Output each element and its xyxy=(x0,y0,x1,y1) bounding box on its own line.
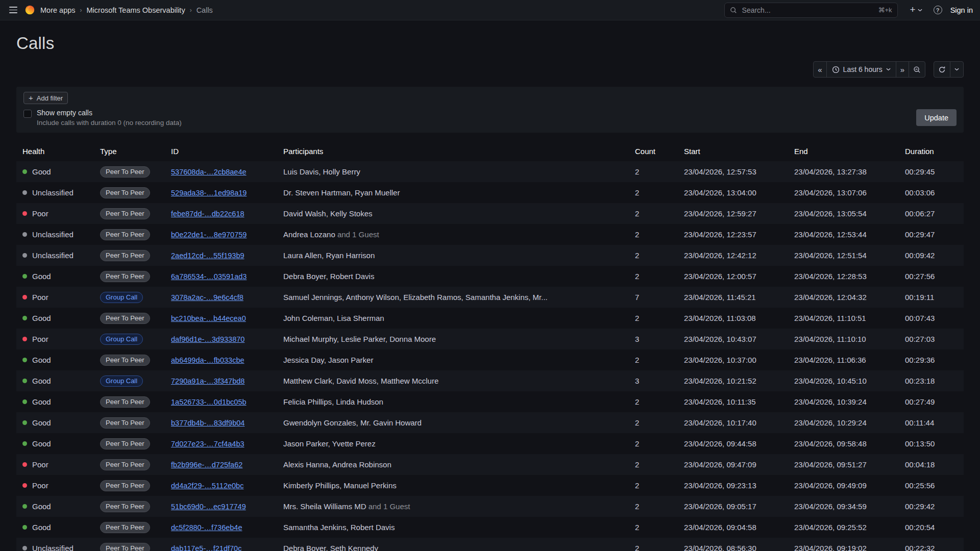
breadcrumb-app[interactable]: Microsoft Teams Observability xyxy=(87,6,185,14)
call-id-link[interactable]: dab117e5-…f21df70c xyxy=(171,544,241,551)
call-type-badge: Peer To Peer xyxy=(100,480,150,491)
call-type-badge: Group Call xyxy=(100,375,143,387)
health-status-dot-icon xyxy=(22,420,27,425)
type-cell: Peer To Peer xyxy=(94,187,165,198)
end-cell: 23/04/2026, 10:39:24 xyxy=(788,397,899,406)
participant-names: John Coleman, Lisa Sherman xyxy=(283,314,384,322)
health-cell: Unclassified xyxy=(16,188,94,197)
call-id-link[interactable]: 6a786534-…03591ad3 xyxy=(171,272,247,281)
health-label: Unclassified xyxy=(32,230,74,239)
column-header-type[interactable]: Type xyxy=(94,147,165,156)
health-status-dot-icon xyxy=(22,462,27,467)
sign-in-button[interactable]: Sign in xyxy=(950,6,973,14)
column-header-id[interactable]: ID xyxy=(165,147,277,156)
type-cell: Peer To Peer xyxy=(94,543,165,551)
refresh-button[interactable] xyxy=(934,61,950,78)
health-cell: Unclassified xyxy=(16,230,94,239)
id-cell: 7d027e23-…7cf4a4b3 xyxy=(165,439,277,448)
call-type-badge: Peer To Peer xyxy=(100,459,150,470)
call-id-link[interactable]: 2aed12cd-…55f193b9 xyxy=(171,252,244,260)
id-cell: bc210bea-…b44ecea0 xyxy=(165,314,277,322)
id-cell: 2aed12cd-…55f193b9 xyxy=(165,251,277,260)
start-cell: 23/04/2026, 10:37:00 xyxy=(678,356,788,364)
help-icon[interactable]: ? xyxy=(934,6,942,14)
type-cell: Peer To Peer xyxy=(94,480,165,491)
start-cell: 23/04/2026, 10:17:40 xyxy=(678,418,788,427)
call-id-link[interactable]: dc5f2880-…f736eb4e xyxy=(171,523,242,532)
time-shift-forward-button[interactable]: » xyxy=(896,61,909,78)
end-cell: 23/04/2026, 11:06:36 xyxy=(788,356,899,364)
call-id-link[interactable]: 1a526733-…0d1bc05b xyxy=(171,398,247,406)
breadcrumb-more-apps[interactable]: More apps xyxy=(40,6,76,14)
top-nav: More apps › Microsoft Teams Observabilit… xyxy=(0,0,980,20)
time-zoom-out-button[interactable] xyxy=(909,61,925,78)
show-empty-calls-checkbox[interactable] xyxy=(23,110,32,118)
column-header-duration[interactable]: Duration xyxy=(899,147,964,156)
id-cell: b377db4b-…83df9b04 xyxy=(165,418,277,427)
health-label: Good xyxy=(32,377,51,385)
type-cell: Peer To Peer xyxy=(94,229,165,240)
call-id-link[interactable]: 7290a91a-…3f347bd8 xyxy=(171,377,244,385)
count-cell: 2 xyxy=(629,502,678,511)
time-shift-back-button[interactable]: « xyxy=(813,61,826,78)
start-cell: 23/04/2026, 12:59:27 xyxy=(678,209,788,218)
health-status-dot-icon xyxy=(22,232,27,237)
start-cell: 23/04/2026, 12:00:57 xyxy=(678,272,788,281)
time-range-picker-button[interactable]: Last 6 hours xyxy=(826,61,896,78)
duration-cell: 00:11:44 xyxy=(899,418,964,427)
search-input[interactable] xyxy=(741,6,874,15)
global-search[interactable]: ⌘+k xyxy=(724,3,898,18)
table-row: Unclassified Peer To Peer 2aed12cd-…55f1… xyxy=(16,245,964,266)
end-cell: 23/04/2026, 10:45:10 xyxy=(788,377,899,385)
health-cell: Poor xyxy=(16,335,94,343)
health-label: Poor xyxy=(32,209,48,218)
count-cell: 2 xyxy=(629,481,678,490)
show-empty-calls-label[interactable]: Show empty calls xyxy=(37,109,182,117)
menu-toggle-button[interactable] xyxy=(7,5,19,15)
call-id-link[interactable]: bc210bea-…b44ecea0 xyxy=(171,314,246,322)
call-id-link[interactable]: febe87dd-…db22c618 xyxy=(171,210,244,218)
column-header-participants[interactable]: Participants xyxy=(277,147,629,156)
call-id-link[interactable]: b0e22de1-…8e970759 xyxy=(171,231,247,239)
call-id-link[interactable]: 529ada38-…1ed98a19 xyxy=(171,189,247,197)
duration-cell: 00:27:49 xyxy=(899,397,964,406)
refresh-interval-dropdown-button[interactable] xyxy=(950,61,964,78)
call-id-link[interactable]: 51bc69d0-…ec917749 xyxy=(171,503,246,511)
update-button[interactable]: Update xyxy=(916,109,957,126)
call-id-link[interactable]: 537608da-…2cb8ae4e xyxy=(171,168,247,176)
add-filter-button[interactable]: + Add filter xyxy=(23,92,68,104)
id-cell: 529ada38-…1ed98a19 xyxy=(165,188,277,197)
id-cell: 1a526733-…0d1bc05b xyxy=(165,397,277,406)
call-id-link[interactable]: fb2b996e-…d725fa62 xyxy=(171,461,242,469)
health-label: Poor xyxy=(32,293,48,302)
column-header-end[interactable]: End xyxy=(788,147,899,156)
duration-cell: 00:27:03 xyxy=(899,335,964,343)
start-cell: 23/04/2026, 10:43:07 xyxy=(678,335,788,343)
call-id-link[interactable]: daf96d1e-…3d933870 xyxy=(171,335,244,343)
participant-names: Andrea Lozano xyxy=(283,230,335,239)
health-label: Good xyxy=(32,523,51,532)
call-type-badge: Peer To Peer xyxy=(100,187,150,198)
column-header-start[interactable]: Start xyxy=(678,147,788,156)
count-cell: 2 xyxy=(629,209,678,218)
call-id-link[interactable]: b377db4b-…83df9b04 xyxy=(171,419,244,427)
call-id-link[interactable]: 7d027e23-…7cf4a4b3 xyxy=(171,440,244,448)
id-cell: dd4a2f29-…5112e0bc xyxy=(165,481,277,490)
start-cell: 23/04/2026, 08:56:30 xyxy=(678,544,788,551)
table-row: Good Peer To Peer ab6499da-…fb033cbe Jes… xyxy=(16,349,964,370)
new-menu-button[interactable]: + xyxy=(907,5,925,15)
participants-cell: Jason Parker, Yvette Perez xyxy=(277,439,629,448)
health-status-dot-icon xyxy=(22,316,27,320)
type-cell: Peer To Peer xyxy=(94,313,165,324)
call-id-link[interactable]: ab6499da-…fb033cbe xyxy=(171,356,244,364)
call-id-link[interactable]: 3078a2ac-…9e6c4cf8 xyxy=(171,293,243,302)
end-cell: 23/04/2026, 13:05:54 xyxy=(788,209,899,218)
duration-cell: 00:19:11 xyxy=(899,293,964,302)
end-cell: 23/04/2026, 12:04:32 xyxy=(788,293,899,302)
grafana-logo[interactable] xyxy=(24,5,35,15)
column-header-count[interactable]: Count xyxy=(629,147,678,156)
table-row: Unclassified Peer To Peer b0e22de1-…8e97… xyxy=(16,224,964,245)
page-content: Calls « Last 6 hours » xyxy=(0,34,980,551)
column-header-health[interactable]: Health xyxy=(16,147,94,156)
call-id-link[interactable]: dd4a2f29-…5112e0bc xyxy=(171,482,243,490)
